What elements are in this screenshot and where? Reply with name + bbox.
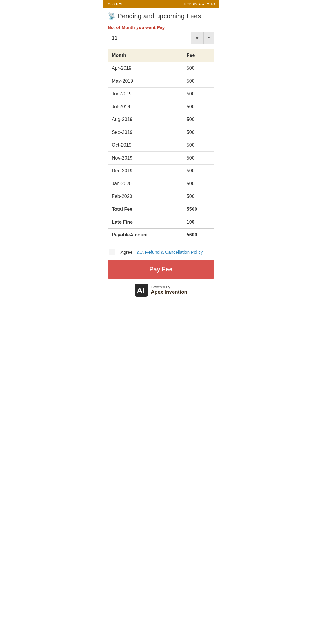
table-row: Sep-2019500 [108, 126, 214, 139]
table-row: Jul-2019500 [108, 100, 214, 113]
table-row: Feb-2020500 [108, 190, 214, 203]
dropdown-row: 1 2 3 4 5 6 7 8 9 10 11 12 ▼ * [108, 32, 214, 44]
month-select[interactable]: 1 2 3 4 5 6 7 8 9 10 11 12 [108, 32, 191, 44]
info-button[interactable]: * [203, 32, 214, 44]
rss-icon: 📡 [108, 12, 116, 20]
table-row: Aug-2019500 [108, 113, 214, 126]
powered-by-text: Powered By [151, 285, 170, 289]
summary-value: 5600 [182, 229, 214, 242]
agree-sep: , [143, 250, 145, 255]
agree-row: I Agree T&C, Refund & Cancellation Polic… [108, 244, 214, 260]
cell-month: Dec-2019 [108, 165, 182, 177]
footer-text: Powered By Apex Invention [151, 285, 187, 295]
table-row: Jan-2020500 [108, 177, 214, 190]
wifi-icon: ▼ [206, 2, 210, 6]
status-bar: 7:33 PM ... 0.2KB/s ▲▲ ▼ 68 [103, 0, 219, 8]
table-row: Nov-2019500 [108, 152, 214, 165]
refund-link[interactable]: Refund & Cancellation Policy [145, 250, 203, 255]
table-row: May-2019500 [108, 75, 214, 88]
cell-month: Jan-2020 [108, 177, 182, 190]
summary-row: Late Fine100 [108, 216, 214, 229]
cell-month: Apr-2019 [108, 62, 182, 75]
cell-month: Oct-2019 [108, 139, 182, 152]
status-time: 7:33 PM [107, 2, 122, 6]
fee-table: Month Fee Apr-2019500May-2019500Jun-2019… [108, 49, 214, 242]
page-content: 📡 Pending and upcoming Fees No. of Month… [103, 8, 219, 279]
cell-fee: 500 [182, 75, 214, 88]
status-right: ... 0.2KB/s ▲▲ ▼ 68 [180, 2, 215, 6]
cell-fee: 500 [182, 177, 214, 190]
cell-month: Feb-2020 [108, 190, 182, 203]
table-header-row: Month Fee [108, 49, 214, 62]
table-row: Jun-2019500 [108, 88, 214, 100]
pay-fee-button[interactable]: Pay Fee [108, 260, 214, 279]
footer-logo-row: AI Powered By Apex Invention [135, 284, 187, 297]
summary-label: Total Fee [108, 203, 182, 216]
summary-label: PayableAmount [108, 229, 182, 242]
cell-month: Aug-2019 [108, 113, 182, 126]
agree-checkbox[interactable] [109, 249, 115, 255]
cell-fee: 500 [182, 152, 214, 165]
apex-logo: AI [135, 284, 148, 297]
col-month: Month [108, 49, 182, 62]
cell-fee: 500 [182, 139, 214, 152]
cell-month: Nov-2019 [108, 152, 182, 165]
summary-label: Late Fine [108, 216, 182, 229]
battery-level: 68 [211, 2, 215, 6]
agree-text: I Agree T&C, Refund & Cancellation Polic… [118, 250, 203, 255]
network-info: ... 0.2KB/s [180, 2, 197, 6]
cell-fee: 500 [182, 62, 214, 75]
cell-fee: 500 [182, 88, 214, 100]
agree-prefix: I Agree [118, 250, 134, 255]
brand-name: Apex Invention [151, 289, 187, 295]
cell-month: Sep-2019 [108, 126, 182, 139]
page-title-row: 📡 Pending and upcoming Fees [108, 12, 214, 20]
page-title: Pending and upcoming Fees [117, 12, 201, 20]
svg-text:AI: AI [137, 286, 145, 295]
dropdown-arrow-button[interactable]: ▼ [191, 32, 203, 44]
summary-value: 5500 [182, 203, 214, 216]
summary-row: Total Fee5500 [108, 203, 214, 216]
signal-icon: ▲▲ [198, 2, 205, 6]
cell-fee: 500 [182, 100, 214, 113]
table-row: Apr-2019500 [108, 62, 214, 75]
cell-fee: 500 [182, 113, 214, 126]
table-row: Dec-2019500 [108, 165, 214, 177]
col-fee: Fee [182, 49, 214, 62]
summary-row: PayableAmount5600 [108, 229, 214, 242]
summary-value: 100 [182, 216, 214, 229]
cell-month: May-2019 [108, 75, 182, 88]
cell-fee: 500 [182, 126, 214, 139]
cell-fee: 500 [182, 190, 214, 203]
table-row: Oct-2019500 [108, 139, 214, 152]
tc-link[interactable]: T&C [134, 250, 143, 255]
cell-month: Jun-2019 [108, 88, 182, 100]
cell-fee: 500 [182, 165, 214, 177]
footer: AI Powered By Apex Invention [103, 279, 219, 303]
selector-label: No. of Month you want Pay [108, 25, 214, 30]
cell-month: Jul-2019 [108, 100, 182, 113]
